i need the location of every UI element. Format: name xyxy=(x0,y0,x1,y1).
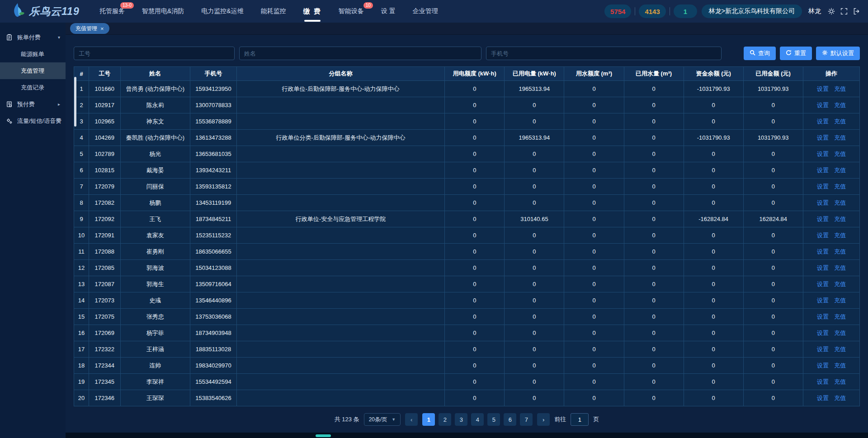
recharge-link[interactable]: 充值 xyxy=(834,378,846,385)
phone-input[interactable] xyxy=(486,47,722,60)
table-row: 15172075张秀忠13753036068000000设置充值 xyxy=(74,309,860,325)
table-cell: 0 xyxy=(564,146,624,162)
recharge-link[interactable]: 充值 xyxy=(834,330,846,336)
sidebar-item-label: 充值管理 xyxy=(21,67,44,75)
counter-pill[interactable]: 1 xyxy=(674,5,697,18)
recharge-link[interactable]: 充值 xyxy=(834,199,846,206)
next-page-button[interactable]: › xyxy=(537,413,550,426)
query-button[interactable]: 查询 xyxy=(744,47,776,60)
prev-page-button[interactable]: ‹ xyxy=(405,413,418,426)
settings-link[interactable]: 设置 xyxy=(817,281,829,287)
settings-link[interactable]: 设置 xyxy=(817,118,829,125)
recharge-link[interactable]: 充值 xyxy=(834,395,846,401)
recharge-link[interactable]: 充值 xyxy=(834,248,846,255)
counter-pill[interactable]: 4143 xyxy=(639,5,665,18)
recharge-link[interactable]: 充值 xyxy=(834,313,846,320)
goto-page-input[interactable] xyxy=(571,413,589,426)
table-cell: 0 xyxy=(743,276,803,292)
company-selector[interactable]: 林龙>新北京乐鸟科技有限公司 xyxy=(702,5,802,18)
sidebar-item-充值管理[interactable]: 充值管理 xyxy=(0,62,66,79)
page-button-6[interactable]: 6 xyxy=(504,413,516,426)
recharge-link[interactable]: 充值 xyxy=(834,281,846,287)
nav-item[interactable]: 设 置 xyxy=(381,0,396,23)
settings-link[interactable]: 设置 xyxy=(817,85,829,92)
settings-link[interactable]: 设置 xyxy=(817,362,829,369)
table-cell: 18635066655 xyxy=(190,244,237,260)
name-input[interactable] xyxy=(239,47,481,60)
actions-cell: 设置充值 xyxy=(803,81,859,97)
nav-item[interactable]: 智能设备10 xyxy=(339,0,364,23)
settings-link[interactable]: 设置 xyxy=(817,216,829,222)
recharge-link[interactable]: 充值 xyxy=(834,102,846,108)
table-cell: 0 xyxy=(684,374,743,390)
theme-sun-icon[interactable] xyxy=(827,7,835,15)
recharge-link[interactable]: 充值 xyxy=(834,264,846,271)
counter-pill[interactable]: 5754 xyxy=(604,5,631,18)
nav-item[interactable]: 托管服务13-0 xyxy=(99,0,125,23)
logout-icon[interactable] xyxy=(853,7,861,15)
column-header: 已用电量 (kW·h) xyxy=(505,67,564,81)
sidebar-item-能源账单[interactable]: 能源账单 xyxy=(0,46,66,62)
settings-link[interactable]: 设置 xyxy=(817,378,829,385)
page-button-2[interactable]: 2 xyxy=(439,413,451,426)
settings-link[interactable]: 设置 xyxy=(817,395,829,401)
settings-link[interactable]: 设置 xyxy=(817,183,829,190)
settings-link[interactable]: 设置 xyxy=(817,264,829,271)
recharge-link[interactable]: 充值 xyxy=(834,134,846,141)
tab-recharge-management[interactable]: 充值管理 × xyxy=(70,23,109,34)
recharge-link[interactable]: 充值 xyxy=(834,297,846,304)
default-settings-button[interactable]: 默认设置 xyxy=(816,47,860,60)
settings-link[interactable]: 设置 xyxy=(817,102,829,108)
recharge-link[interactable]: 充值 xyxy=(834,362,846,369)
search-toolbar: 查询 重置 默认设置 xyxy=(74,47,860,60)
settings-link[interactable]: 设置 xyxy=(817,232,829,239)
sidebar-item-账单付费[interactable]: 账单付费▾ xyxy=(0,29,66,46)
table-cell: 0 xyxy=(564,97,624,113)
recharge-link[interactable]: 充值 xyxy=(834,118,846,125)
page-button-4[interactable]: 4 xyxy=(471,413,484,426)
settings-link[interactable]: 设置 xyxy=(817,151,829,157)
table-cell: 0 xyxy=(624,292,684,309)
page-button-3[interactable]: 3 xyxy=(455,413,467,426)
settings-link[interactable]: 设置 xyxy=(817,167,829,174)
settings-link[interactable]: 设置 xyxy=(817,248,829,255)
page-button-5[interactable]: 5 xyxy=(487,413,500,426)
nav-item[interactable]: 电力监控&运维 xyxy=(201,0,243,23)
table-cell: 0 xyxy=(445,244,505,260)
settings-link[interactable]: 设置 xyxy=(817,134,829,141)
recharge-link[interactable]: 充值 xyxy=(834,232,846,239)
tab-close-icon[interactable]: × xyxy=(100,26,104,32)
nav-item[interactable]: 缴 费 xyxy=(303,0,321,23)
table-cell: 王飞 xyxy=(120,211,190,227)
recharge-link[interactable]: 充值 xyxy=(834,167,846,174)
table-cell: 0 xyxy=(624,358,684,374)
settings-link[interactable]: 设置 xyxy=(817,346,829,353)
recharge-link[interactable]: 充值 xyxy=(834,346,846,353)
table-cell xyxy=(236,162,445,179)
nav-item[interactable]: 智慧用电&消防 xyxy=(142,0,184,23)
recharge-link[interactable]: 充值 xyxy=(834,85,846,92)
recharge-link[interactable]: 充值 xyxy=(834,216,846,222)
page-size-select[interactable]: 20条/页 ▼ xyxy=(364,413,401,426)
reset-button[interactable]: 重置 xyxy=(780,47,812,60)
page-button-7[interactable]: 7 xyxy=(520,413,533,426)
recharge-link[interactable]: 充值 xyxy=(834,183,846,190)
horizontal-scrollbar-thumb[interactable] xyxy=(316,434,331,437)
table-cell: 7 xyxy=(74,179,89,195)
settings-link[interactable]: 设置 xyxy=(817,330,829,336)
settings-link[interactable]: 设置 xyxy=(817,199,829,206)
recharge-link[interactable]: 充值 xyxy=(834,151,846,157)
sidebar-item-预付费[interactable]: 预付费▸ xyxy=(0,96,66,113)
sidebar-item-充值记录[interactable]: 充值记录 xyxy=(0,79,66,96)
settings-link[interactable]: 设置 xyxy=(817,297,829,304)
page-button-1[interactable]: 1 xyxy=(422,413,435,426)
sidebar-item-流量/短信/语音费[interactable]: 流量/短信/语音费▸ xyxy=(0,113,66,129)
nav-item[interactable]: 能耗监控 xyxy=(261,0,286,23)
table-cell: 0 xyxy=(743,390,803,406)
vertical-scrollbar-thumb[interactable] xyxy=(74,77,76,127)
employee-id-input[interactable] xyxy=(74,47,235,60)
nav-item[interactable]: 企业管理 xyxy=(413,0,438,23)
table-cell: 0 xyxy=(684,358,743,374)
fullscreen-icon[interactable] xyxy=(840,7,848,15)
settings-link[interactable]: 设置 xyxy=(817,313,829,320)
